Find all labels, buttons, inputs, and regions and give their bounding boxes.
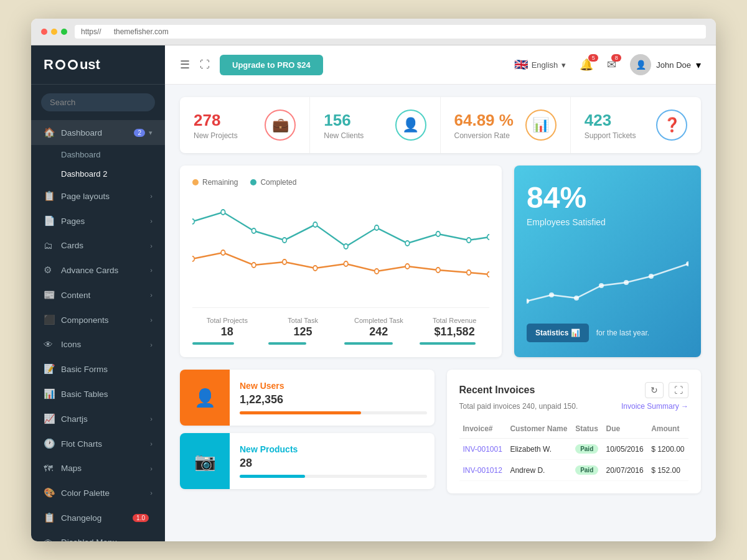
user-chevron: ▾ [696, 59, 701, 71]
due-0: 10/05/2016 [603, 439, 648, 460]
stat-value-conversion: 64.89 % [454, 111, 514, 130]
stat-text-conversion: 64.89 % Conversion Rate [454, 111, 514, 140]
sidebar-item-advance-cards[interactable]: ⚙ Advance Cards › [31, 258, 165, 282]
dashboard-content: 278 New Projects 💼 156 New Clients [165, 85, 716, 541]
dot-green[interactable] [61, 29, 67, 35]
svg-point-18 [405, 264, 410, 269]
sidebar-item-changelog[interactable]: 📋 Changelog 1.0 [31, 505, 165, 530]
color-icon: 🎨 [44, 487, 55, 498]
sidebar-item-components[interactable]: ⬛ Components › [31, 307, 165, 332]
sidebar-item-chartjs[interactable]: 📈 Chartjs › [31, 406, 165, 431]
invoice-refresh-button[interactable]: ↻ [645, 382, 664, 398]
mini-card-new-users: 👤 New Users 1,22,356 [180, 370, 435, 426]
logo-text: Rust [44, 57, 153, 73]
main-chart-panel: Remaining Completed [180, 166, 502, 357]
status-badge-1: Paid [575, 465, 598, 475]
chart-stat-total-task: Total Task 125 [268, 317, 338, 345]
bar-chart-icon: 📊 [532, 117, 549, 133]
chart-stat-bar-1 [268, 342, 306, 345]
flot-icon: 🕐 [44, 438, 55, 449]
invoice-actions: ↻ ⛶ [645, 382, 688, 398]
maps-icon: 🗺 [44, 463, 55, 474]
language-selector[interactable]: 🇬🇧 English ▾ [514, 58, 566, 72]
chart-stat-label-2: Completed Task [344, 317, 414, 324]
sidebar-item-page-layouts[interactable]: 📋 Page layouts › [31, 184, 165, 208]
col-amount: Amount [647, 419, 688, 439]
status-1: Paid [571, 460, 602, 481]
customer-name-0: Elizabeth W. [506, 439, 571, 460]
sidebar-item-color-palette[interactable]: 🎨 Color Palette › [31, 480, 165, 505]
svg-point-25 [599, 283, 604, 288]
sidebar-label-maps: Maps [61, 464, 150, 473]
sidebar-item-maps[interactable]: 🗺 Maps › [31, 456, 165, 480]
invoice-summary-link[interactable]: Invoice Summary → [621, 402, 688, 411]
hamburger-icon[interactable]: ☰ [180, 58, 190, 72]
statistics-button[interactable]: Statistics 📊 [527, 324, 589, 342]
svg-point-6 [375, 225, 379, 230]
svg-point-16 [344, 261, 348, 266]
stat-cards-row: 278 New Projects 💼 156 New Clients [180, 97, 701, 153]
completed-dot [250, 179, 256, 185]
user-name: John Doe [656, 60, 691, 70]
invoice-expand-button[interactable]: ⛶ [669, 382, 688, 398]
messages-badge: 8 [611, 54, 621, 62]
user-menu[interactable]: 👤 John Doe ▾ [630, 54, 701, 75]
invoice-link-1[interactable]: INV-001012 [463, 466, 502, 475]
col-invoice: Invoice# [459, 419, 507, 439]
col-customer: Customer Name [506, 419, 571, 439]
sidebar-item-content[interactable]: 📰 Content › [31, 282, 165, 307]
invoice-sub-text: Total paid invoices 240, unpaid 150. [459, 402, 578, 411]
table-row: INV-001012 Andrew D. Paid 20/07/2016 $ 1… [459, 460, 689, 481]
dot-yellow[interactable] [51, 29, 57, 35]
stat-card-new-projects: 278 New Projects 💼 [180, 97, 310, 153]
chart-stat-label-1: Total Task [268, 317, 338, 324]
new-users-icon: 👤 [180, 370, 230, 426]
messages-button[interactable]: ✉ 8 [607, 58, 616, 72]
logo-o1 [55, 60, 65, 70]
sidebar-label-flot-charts: Flot Charts [61, 439, 150, 449]
svg-point-22 [527, 299, 529, 304]
dot-red[interactable] [41, 29, 47, 35]
new-products-value: 28 [240, 457, 427, 470]
remaining-dot [192, 179, 199, 185]
chart-stat-total-revenue: Total Revenue $11,582 [420, 317, 489, 345]
svg-point-28 [686, 261, 688, 266]
for-last-year-text: for the last year. [596, 329, 649, 337]
status-badge-0: Paid [575, 444, 598, 454]
new-users-bar-wrap [240, 411, 427, 414]
amount-0: $ 1200.00 [647, 439, 688, 460]
sidebar-label-page-layouts: Page layouts [61, 192, 150, 201]
sidebar-item-icons[interactable]: 👁 Icons › [31, 332, 165, 357]
sidebar-label-disabled-menu: Disabled Menu [61, 538, 153, 541]
stat-label-support: Support Tickets [585, 131, 636, 140]
legend-remaining: Remaining [192, 178, 238, 187]
language-chevron: ▾ [561, 60, 566, 70]
charts-row: Remaining Completed [180, 166, 701, 357]
sidebar-item-cards[interactable]: 🗂 Cards › [31, 233, 165, 258]
invoice-sub-row: Total paid invoices 240, unpaid 150. Inv… [459, 402, 689, 411]
search-input[interactable] [41, 93, 155, 111]
sidebar-item-flot-charts[interactable]: 🕐 Flot Charts › [31, 431, 165, 456]
stat-card-support: 423 Support Tickets ❓ [571, 97, 701, 153]
sidebar-label-basic-forms: Basic Forms [61, 365, 153, 374]
expand-icon[interactable]: ⛶ [200, 59, 210, 70]
sidebar-sub-dashboard2[interactable]: Dashboard 2 [31, 164, 165, 184]
sidebar-item-pages[interactable]: 📄 Pages › [31, 208, 165, 233]
sidebar-item-disabled-menu[interactable]: 👁 Disabled Menu [31, 530, 165, 541]
logo-o2 [68, 60, 78, 70]
sidebar-item-basic-tables[interactable]: 📊 Basic Tables [31, 381, 165, 406]
stat-value-support: 423 [585, 111, 636, 130]
svg-point-3 [283, 238, 287, 243]
upgrade-button[interactable]: Upgrade to PRO $24 [220, 55, 323, 75]
invoice-link-0[interactable]: INV-001001 [463, 445, 502, 454]
url-prefix: https// [81, 27, 101, 36]
sidebar-item-dashboard[interactable]: 🏠 Dashboard 2 ▾ [31, 120, 165, 145]
changelog-icon: 📋 [44, 512, 55, 523]
sidebar-item-basic-forms[interactable]: 📝 Basic Forms [31, 357, 165, 381]
sidebar-sub-dashboard[interactable]: Dashboard [31, 145, 165, 164]
notifications-button[interactable]: 🔔 5 [580, 58, 593, 72]
legend-completed: Completed [250, 178, 296, 187]
invoice-number-1: INV-001012 [459, 460, 507, 481]
icons-icon: 👁 [44, 339, 55, 350]
sidebar-label-icons: Icons [61, 340, 150, 349]
